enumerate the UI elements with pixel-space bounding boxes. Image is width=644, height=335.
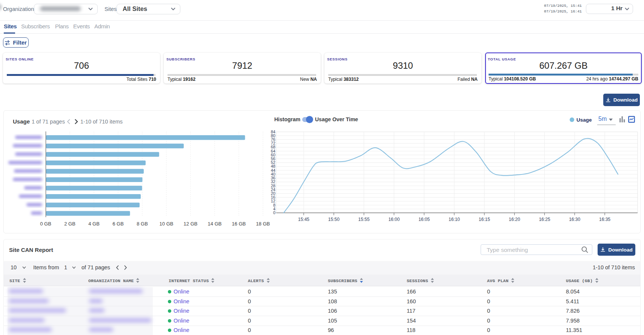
svg-text:40: 40 (271, 172, 275, 176)
svg-text:16:00: 16:00 (388, 217, 400, 222)
svg-text:80: 80 (271, 133, 275, 138)
svg-text:15:55: 15:55 (358, 217, 370, 222)
svg-text:16:35: 16:35 (599, 217, 610, 222)
svg-text:84: 84 (271, 130, 275, 134)
svg-text:16:30: 16:30 (569, 217, 580, 222)
svg-text:24: 24 (271, 187, 275, 192)
svg-text:12: 12 (271, 199, 275, 203)
svg-text:16:15: 16:15 (479, 217, 490, 222)
svg-text:68: 68 (271, 145, 275, 149)
svg-text:15:50: 15:50 (328, 217, 340, 222)
svg-text:16:20: 16:20 (509, 217, 520, 222)
svg-text:52: 52 (271, 160, 275, 165)
svg-text:15:45: 15:45 (298, 217, 309, 222)
svg-text:16:10: 16:10 (449, 217, 460, 222)
svg-text:16:25: 16:25 (539, 217, 550, 222)
svg-text:16:05: 16:05 (418, 217, 430, 222)
